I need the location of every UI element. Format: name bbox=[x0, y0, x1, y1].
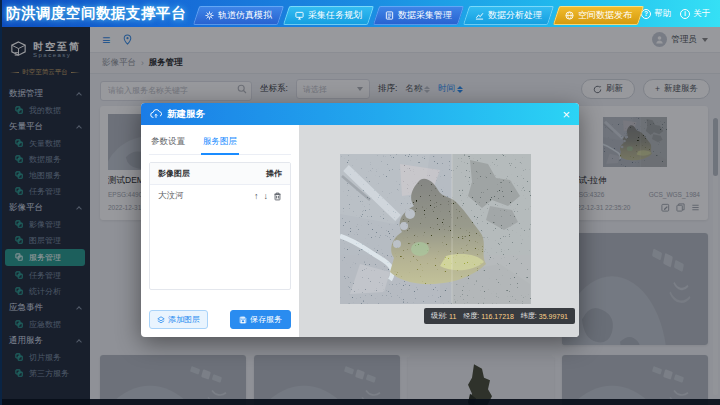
top-tab-data-analysis[interactable]: 数据分析处理 bbox=[463, 6, 554, 25]
move-up-icon[interactable]: ↑ bbox=[254, 192, 259, 201]
latitude-value: 35.99791 bbox=[539, 313, 568, 320]
modal-buttons: 添加图层 保存服务 bbox=[149, 310, 291, 329]
layers-icon bbox=[157, 316, 165, 324]
modal-title: 新建服务 bbox=[167, 108, 205, 121]
chart-icon bbox=[475, 11, 484, 20]
modal-tabs: 参数设置 服务图层 bbox=[149, 129, 291, 155]
top-tab-label: 采集任务规划 bbox=[308, 9, 362, 22]
cloud-icon bbox=[150, 109, 162, 119]
top-tab-label: 轨道仿真模拟 bbox=[218, 9, 272, 22]
globe-icon bbox=[565, 11, 574, 20]
longitude-value: 116.17218 bbox=[481, 313, 514, 320]
gear-icon bbox=[205, 11, 214, 20]
column-layer: 影像图层 bbox=[158, 168, 190, 179]
map-status-bar: 级别:11 经度:116.17218 纬度:35.99791 bbox=[424, 308, 575, 324]
modal-header: 新建服务 × bbox=[141, 103, 579, 125]
save-service-button[interactable]: 保存服务 bbox=[230, 310, 291, 329]
about-label: 关于 bbox=[693, 8, 710, 20]
info-icon: i bbox=[680, 9, 690, 19]
layer-row[interactable]: 大汶河 ↑ ↓ bbox=[150, 185, 290, 207]
top-tab-orbit-simulation[interactable]: 轨道仿真模拟 bbox=[193, 6, 284, 25]
top-tab-data-collection[interactable]: 数据采集管理 bbox=[373, 6, 464, 25]
top-nav-tabs: 轨道仿真模拟 采集任务规划 数据采集管理 数据分析处理 空间数据发布 bbox=[196, 3, 641, 25]
top-tab-label: 数据采集管理 bbox=[398, 9, 452, 22]
latitude-label: 纬度: bbox=[521, 311, 537, 321]
column-action: 操作 bbox=[266, 168, 282, 179]
layer-list-header: 影像图层 操作 bbox=[150, 163, 290, 185]
move-down-icon[interactable]: ↓ bbox=[264, 192, 269, 201]
monitor-icon bbox=[295, 11, 304, 20]
layer-name: 大汶河 bbox=[158, 190, 184, 202]
top-tab-spatial-data-publish[interactable]: 空间数据发布 bbox=[553, 6, 644, 25]
modal-body: 参数设置 服务图层 影像图层 操作 大汶河 ↑ ↓ bbox=[141, 125, 579, 337]
topbar-utility-links: ? 帮助 i 关于 管理员 bbox=[641, 8, 720, 20]
app-window: 防洪调度空间数据支撑平台 轨道仿真模拟 采集任务规划 数据采集管理 数据分析处理… bbox=[0, 0, 720, 405]
top-tab-label: 空间数据发布 bbox=[578, 9, 632, 22]
tab-service-layers[interactable]: 服务图层 bbox=[201, 129, 239, 155]
top-tab-collection-planning[interactable]: 采集任务规划 bbox=[283, 6, 374, 25]
window-bottom-edge bbox=[0, 399, 720, 405]
doc-icon bbox=[385, 11, 394, 20]
modal-map-pane[interactable]: 级别:11 经度:116.17218 纬度:35.99791 bbox=[299, 125, 579, 337]
app-title: 防洪调度空间数据支撑平台 bbox=[6, 4, 186, 23]
satellite-map-image bbox=[340, 154, 531, 304]
modal-left-pane: 参数设置 服务图层 影像图层 操作 大汶河 ↑ ↓ bbox=[141, 125, 299, 337]
longitude-label: 经度: bbox=[463, 311, 479, 321]
top-tab-label: 数据分析处理 bbox=[488, 9, 542, 22]
new-service-modal: 新建服务 × 参数设置 服务图层 影像图层 操作 大汶河 ↑ bbox=[141, 103, 579, 337]
tab-parameter-settings[interactable]: 参数设置 bbox=[149, 129, 187, 154]
zoom-level-label: 级别: bbox=[431, 311, 447, 321]
help-label: 帮助 bbox=[654, 8, 671, 20]
zoom-level-value: 11 bbox=[449, 313, 456, 320]
window-left-edge bbox=[0, 0, 2, 405]
trash-icon[interactable] bbox=[273, 192, 282, 201]
layer-list: 影像图层 操作 大汶河 ↑ ↓ bbox=[149, 162, 291, 290]
add-layer-button[interactable]: 添加图层 bbox=[149, 310, 208, 329]
top-header-bar: 防洪调度空间数据支撑平台 轨道仿真模拟 采集任务规划 数据采集管理 数据分析处理… bbox=[0, 0, 720, 27]
close-icon[interactable]: × bbox=[562, 108, 570, 121]
save-icon bbox=[239, 316, 247, 324]
about-link[interactable]: i 关于 bbox=[680, 8, 710, 20]
help-link[interactable]: ? 帮助 bbox=[641, 8, 671, 20]
